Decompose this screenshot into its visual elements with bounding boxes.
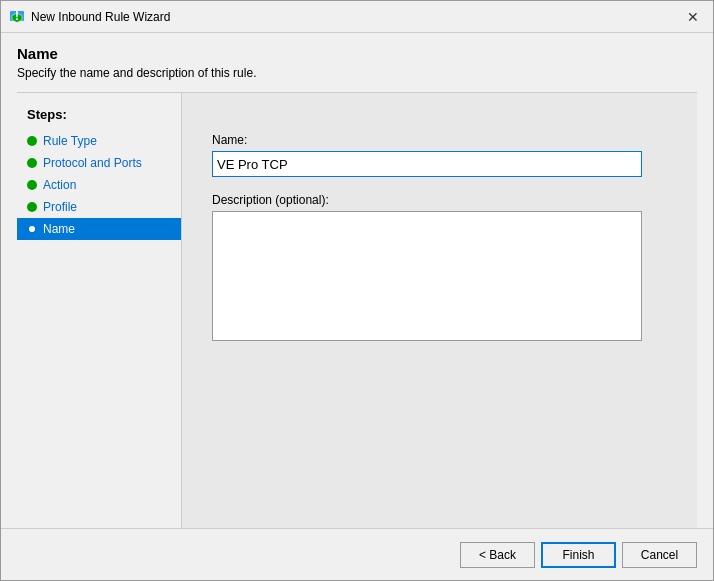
description-group: Description (optional): [212, 193, 667, 344]
description-input[interactable] [212, 211, 642, 341]
svg-text:!: ! [15, 9, 19, 23]
sidebar-item-profile[interactable]: Profile [17, 196, 181, 218]
step-dot-protocol-ports [27, 158, 37, 168]
name-input[interactable] [212, 151, 642, 177]
step-dot-name [27, 224, 37, 234]
content-area: Name Specify the name and description of… [1, 33, 713, 528]
back-button[interactable]: < Back [460, 542, 535, 568]
page-title: Name [17, 45, 697, 62]
step-dot-profile [27, 202, 37, 212]
steps-panel: Steps: Rule Type Protocol and Ports Acti… [17, 93, 182, 528]
step-label-rule-type: Rule Type [43, 134, 97, 148]
form-panel: Name: Description (optional): [182, 93, 697, 528]
sidebar-item-action[interactable]: Action [17, 174, 181, 196]
window-title: New Inbound Rule Wizard [31, 10, 170, 24]
sidebar-item-name[interactable]: Name [17, 218, 181, 240]
name-label: Name: [212, 133, 667, 147]
wizard-window: ! New Inbound Rule Wizard ✕ Name Specify… [0, 0, 714, 581]
sidebar-item-protocol-ports[interactable]: Protocol and Ports [17, 152, 181, 174]
window-icon: ! [9, 9, 25, 25]
footer: < Back Finish Cancel [1, 528, 713, 580]
description-label: Description (optional): [212, 193, 667, 207]
page-subtitle: Specify the name and description of this… [17, 66, 697, 80]
step-label-name: Name [43, 222, 75, 236]
name-group: Name: [212, 133, 667, 177]
finish-button[interactable]: Finish [541, 542, 616, 568]
step-label-profile: Profile [43, 200, 77, 214]
title-bar-left: ! New Inbound Rule Wizard [9, 9, 170, 25]
cancel-button[interactable]: Cancel [622, 542, 697, 568]
close-button[interactable]: ✕ [681, 5, 705, 29]
sidebar-item-rule-type[interactable]: Rule Type [17, 130, 181, 152]
step-label-protocol-ports: Protocol and Ports [43, 156, 142, 170]
title-bar: ! New Inbound Rule Wizard ✕ [1, 1, 713, 33]
main-body: Steps: Rule Type Protocol and Ports Acti… [17, 92, 697, 528]
step-dot-action [27, 180, 37, 190]
step-dot-rule-type [27, 136, 37, 146]
step-label-action: Action [43, 178, 76, 192]
steps-label: Steps: [17, 103, 181, 130]
